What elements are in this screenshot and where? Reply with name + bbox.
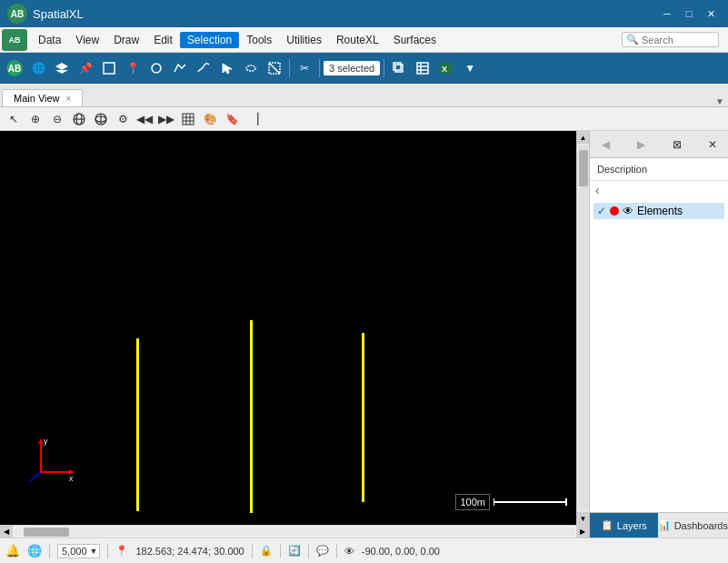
tab-dashboards[interactable]: 📊 Dashboards	[658, 513, 728, 538]
right-panel-header: ◀ ▶ ⊠ ✕	[590, 131, 728, 158]
layer-checkbox[interactable]: ✓	[597, 205, 606, 217]
tb-btn-polyline[interactable]	[169, 56, 191, 80]
tb-btn-lasso[interactable]	[240, 56, 262, 80]
canvas-line-1	[136, 338, 139, 511]
canvas-area[interactable]: ▲ ▼ y	[0, 131, 589, 525]
vtb-prev[interactable]: ◀◀	[135, 109, 155, 129]
layer-name: Elements	[637, 205, 683, 217]
statusbar-sep-4	[280, 544, 281, 558]
lock-icon: 🔒	[260, 545, 273, 557]
tb-btn-excel[interactable]: X	[435, 56, 457, 80]
main-toolbar: AB 🌐 📌 📍 ✂ 3 selected X ▼	[0, 53, 728, 84]
canvas-line-2	[250, 320, 253, 513]
vtb-zoom-in[interactable]: ⊕	[25, 109, 45, 129]
svg-line-4	[269, 63, 280, 74]
tb-btn-ab[interactable]: AB	[4, 56, 25, 80]
layer-eye-icon: 👁	[623, 205, 633, 217]
statusbar-sep-6	[336, 544, 337, 558]
rp-pin-button[interactable]: ⊠	[667, 135, 687, 155]
vtb-globe-3d[interactable]	[91, 109, 111, 129]
search-input[interactable]	[642, 35, 714, 45]
vtb-globe-2d[interactable]	[69, 109, 89, 129]
canvas-line-3	[362, 333, 364, 502]
layer-dot	[610, 206, 619, 216]
svg-text:y: y	[44, 437, 48, 446]
vtb-next[interactable]: ▶▶	[156, 109, 176, 129]
statusbar-sep-1	[49, 544, 50, 558]
svg-rect-0	[104, 63, 115, 74]
tab-row: Main View × ▼	[0, 84, 728, 107]
minimize-button[interactable]: ─	[657, 5, 677, 23]
statusbar: 🔔 🌐 5,000 ▼ 📍 182.563; 24.474; 30.000 🔒 …	[0, 538, 728, 563]
vtb-zoom-out[interactable]: ⊖	[47, 109, 67, 129]
tb-btn-layers[interactable]	[51, 56, 73, 80]
app-icon-label: AB	[11, 9, 24, 19]
close-button[interactable]: ✕	[701, 5, 721, 23]
hscrollbar: ◀ ▶	[0, 525, 589, 538]
rp-close-button[interactable]: ✕	[703, 135, 723, 155]
tb-btn-marker[interactable]: 📍	[122, 56, 144, 80]
axis-indicator: y x	[27, 431, 82, 488]
titlebar: AB SpatialXL ─ □ ✕	[0, 0, 728, 27]
menu-item-draw[interactable]: Draw	[106, 32, 146, 48]
svg-rect-19	[183, 114, 194, 125]
tb-btn-dropdown[interactable]: ▼	[459, 56, 481, 80]
layers-icon: 📋	[601, 519, 613, 531]
tb-btn-circle[interactable]	[145, 56, 167, 80]
coordinates-display: 182.563; 24.474; 30.000	[135, 546, 244, 557]
menu-item-edit[interactable]: Edit	[146, 32, 180, 48]
vscroll-up[interactable]: ▲	[577, 131, 590, 144]
selection-badge: 3 selected	[324, 61, 380, 75]
tb-btn-delete[interactable]: ✂	[294, 56, 315, 80]
tab-main-view[interactable]: Main View ×	[2, 89, 83, 106]
menu-item-routexl[interactable]: RouteXL	[329, 32, 386, 48]
tb-btn-deselect[interactable]	[264, 56, 285, 80]
hscroll-right[interactable]: ▶	[576, 526, 589, 538]
search-box: 🔍	[622, 32, 719, 47]
vtb-sidebar-toggle[interactable]: ▕	[244, 109, 264, 129]
description-label: Description	[597, 164, 647, 175]
tab-close-button[interactable]: ×	[66, 94, 72, 104]
hscroll-left[interactable]: ◀	[0, 526, 13, 538]
menu-item-utilities[interactable]: Utilities	[279, 32, 329, 48]
view-toolbar: ↖ ⊕ ⊖ ⚙ ◀◀ ▶▶ 🎨 🔖 ▕	[0, 107, 728, 131]
tb-btn-table[interactable]	[412, 56, 434, 80]
menu-item-tools[interactable]: Tools	[239, 32, 279, 48]
vtb-settings[interactable]: ⚙	[113, 109, 133, 129]
tb-btn-rect[interactable]	[98, 56, 120, 80]
layer-item-elements[interactable]: ✓ 👁 Elements	[593, 203, 724, 219]
maximize-button[interactable]: □	[679, 5, 699, 23]
svg-point-1	[152, 64, 161, 73]
rp-forward-button[interactable]: ▶	[631, 135, 651, 155]
tb-btn-pin[interactable]: 📌	[75, 56, 96, 80]
eye-icon: 👁	[344, 546, 354, 557]
vtb-select-arrow[interactable]: ↖	[4, 109, 24, 129]
rp-back-button[interactable]: ◀	[595, 135, 615, 155]
menu-item-surfaces[interactable]: Surfaces	[386, 32, 444, 48]
status-globe-icon: 🌐	[27, 544, 42, 558]
tab-dropdown[interactable]: ▼	[715, 96, 724, 106]
camera-display: -90.00, 0.00, 0.00	[362, 546, 440, 557]
menu-item-data[interactable]: Data	[31, 32, 68, 48]
menu-item-selection[interactable]: Selection	[180, 32, 239, 48]
tab-label: Main View	[14, 93, 60, 104]
vscroll-down[interactable]: ▼	[577, 512, 590, 525]
scale-bar: 100m	[455, 494, 571, 510]
tb-btn-select-arrow[interactable]	[216, 56, 238, 80]
tb-btn-freehand[interactable]	[193, 56, 214, 80]
app-title: SpatialXL	[33, 7, 657, 21]
menu-item-view[interactable]: View	[68, 32, 106, 48]
menu-logo: AB	[2, 29, 27, 51]
vtb-color[interactable]: 🎨	[200, 109, 220, 129]
tab-layers[interactable]: 📋 Layers	[590, 513, 658, 538]
tb-btn-globe[interactable]: 🌐	[27, 56, 49, 80]
svg-rect-7	[417, 63, 428, 74]
layers-tree: ✓ 👁 Elements	[590, 199, 728, 512]
vtb-bookmark[interactable]: 🔖	[222, 109, 242, 129]
app-icon: AB	[7, 4, 27, 24]
rp-back-arrow[interactable]: ‹	[590, 181, 728, 199]
vtb-grid[interactable]	[178, 109, 198, 129]
tb-btn-copy[interactable]	[388, 56, 410, 80]
zoom-value: 5,000	[62, 546, 87, 557]
zoom-dropdown[interactable]: 5,000 ▼	[57, 544, 100, 558]
